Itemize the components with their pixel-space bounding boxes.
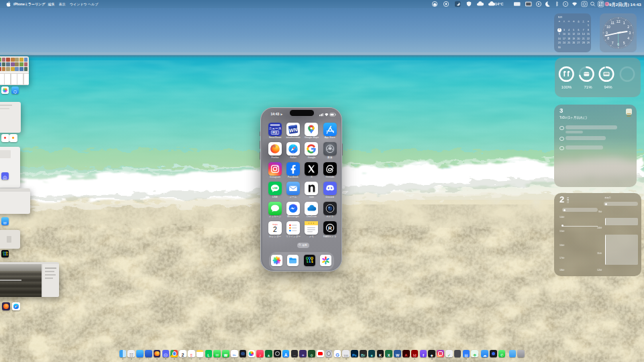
svg-text:11: 11 [610,20,614,24]
svg-text:5: 5 [623,40,625,44]
svg-text:8: 8 [607,36,609,40]
svg-text:LINE: LINE [272,187,277,190]
svg-text:2: 2 [273,225,277,233]
svg-text:10: 10 [606,25,610,29]
svg-text:3: 3 [629,30,631,34]
svg-text:7: 7 [611,40,613,44]
svg-text:R: R [328,225,332,231]
svg-text:9: 9 [606,30,608,34]
svg-text:12: 12 [616,19,620,23]
svg-text:ニュース: ニュース [269,127,282,130]
svg-text:1: 1 [623,20,625,24]
svg-text:2: 2 [627,25,629,29]
svg-text:14°C: 14°C [495,2,504,6]
svg-text:防災: 防災 [272,131,278,134]
svg-text:WN: WN [288,126,298,133]
svg-text:4: 4 [627,36,629,40]
